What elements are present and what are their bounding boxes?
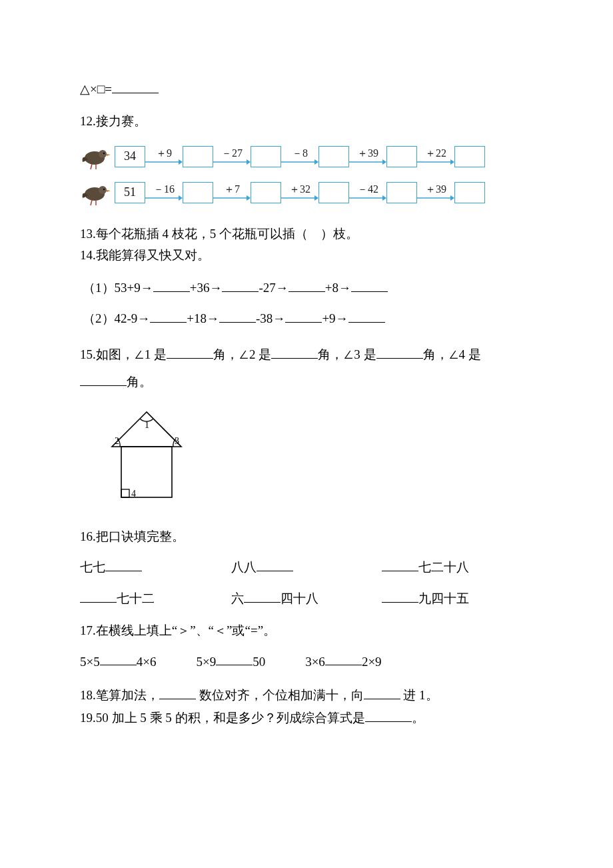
angle-2-label: 2: [115, 436, 119, 446]
svg-point-18: [103, 189, 105, 190]
relay-op: ＋39: [357, 148, 378, 159]
svg-marker-19: [107, 190, 111, 192]
blank[interactable]: [351, 277, 388, 292]
q18: 18.笔算加法， 数位对齐，个位相加满十，向 进 1。: [80, 685, 533, 705]
blank[interactable]: [105, 557, 142, 571]
blank[interactable]: [153, 277, 190, 292]
relay-op: －27: [221, 148, 243, 159]
blank[interactable]: [222, 277, 259, 292]
blank[interactable]: [244, 588, 281, 603]
angle-3-label: 3: [175, 436, 179, 446]
relay-box[interactable]: [183, 146, 213, 167]
q16-row2: 七十二 六四十八 九四十五: [80, 588, 533, 608]
q17-title: 17.在横线上填上“＞”、“＜”或“=”。: [80, 623, 276, 637]
blank[interactable]: [159, 685, 196, 699]
relay-start-box: 34: [115, 146, 145, 167]
blank[interactable]: [382, 588, 418, 603]
q14-line1: （1）53+9→+36→-27→+8→: [83, 277, 533, 297]
bird-icon: [80, 179, 112, 206]
relay-op: －8: [292, 148, 308, 159]
q16-row1: 七七 八八 七二十八: [80, 557, 533, 577]
expr-triangle-times-square: △×□=: [80, 79, 533, 99]
relay-box[interactable]: [183, 182, 213, 203]
compare-item: 5×950: [196, 651, 265, 671]
blank[interactable]: [80, 588, 117, 603]
q15-text: 15.如图，∠1 是角，∠2 是角，∠3 是角，∠4 是 角。: [80, 341, 533, 397]
relay-op: ＋39: [425, 184, 446, 195]
relay-op: ＋32: [289, 184, 310, 195]
blank[interactable]: [285, 308, 322, 323]
blank[interactable]: [348, 308, 385, 323]
relay-op: ＋9: [156, 148, 172, 159]
q14-line2: （2）42-9→+18→-38→+9→: [83, 308, 533, 328]
q13: 13.每个花瓶插 4 枝花，5 个花瓶可以插（ ）枝。: [80, 225, 533, 244]
relay-race: 34 ＋9 －27 －8 ＋39 ＋22 51 －16: [80, 143, 533, 206]
angle-1-label: 1: [145, 420, 149, 430]
relay-op: ＋22: [425, 148, 446, 159]
relay-box[interactable]: [318, 146, 349, 167]
bird-icon: [80, 143, 112, 170]
compare-item: 3×62×9: [305, 651, 381, 671]
relay-row-1: 34 ＋9 －27 －8 ＋39 ＋22: [80, 143, 533, 170]
blank[interactable]: [382, 557, 418, 571]
svg-point-17: [99, 186, 107, 194]
blank[interactable]: [219, 308, 256, 323]
relay-box[interactable]: [454, 182, 485, 203]
relay-start-box: 51: [115, 182, 145, 203]
relay-op: ＋7: [224, 184, 240, 195]
q12-title: 12.接力赛。: [80, 114, 147, 128]
q17-row: 5×54×6 5×950 3×62×9: [80, 651, 533, 671]
relay-box[interactable]: [454, 146, 485, 167]
relay-op: －16: [153, 184, 175, 195]
compare-item: 5×54×6: [80, 651, 156, 671]
relay-row-2: 51 －16 ＋7 ＋32 －42 ＋39: [80, 179, 533, 206]
svg-rect-34: [121, 489, 129, 497]
relay-box[interactable]: [386, 182, 417, 203]
svg-line-20: [91, 200, 92, 205]
svg-line-4: [91, 164, 92, 169]
angle-house-figure: 1 2 3 4: [100, 405, 533, 518]
relay-box[interactable]: [318, 182, 349, 203]
svg-point-1: [99, 150, 107, 158]
q14-title: 14.我能算得又快又对。: [80, 248, 210, 262]
expr-text: △×□=: [80, 82, 112, 96]
angle-4-label: 4: [131, 489, 136, 499]
blank[interactable]: [271, 344, 318, 359]
blank[interactable]: [257, 557, 293, 571]
blank[interactable]: [289, 277, 325, 292]
blank[interactable]: [364, 685, 400, 699]
blank[interactable]: [80, 372, 127, 387]
relay-op: －42: [357, 184, 378, 195]
blank[interactable]: [216, 651, 253, 666]
blank[interactable]: [100, 651, 137, 666]
relay-box[interactable]: [386, 146, 417, 167]
svg-point-2: [103, 153, 105, 154]
blank[interactable]: [150, 308, 187, 323]
relay-box[interactable]: [251, 182, 281, 203]
svg-marker-3: [107, 154, 111, 156]
relay-box[interactable]: [251, 146, 281, 167]
blank[interactable]: [325, 651, 362, 666]
q16-title: 16.把口诀填完整。: [80, 529, 185, 543]
blank[interactable]: [365, 707, 412, 722]
blank[interactable]: [376, 344, 423, 359]
blank[interactable]: [112, 79, 159, 93]
blank[interactable]: [167, 344, 213, 359]
q19: 19.50 加上 5 乘 5 的积，和是多少？列成综合算式是。: [80, 707, 533, 727]
